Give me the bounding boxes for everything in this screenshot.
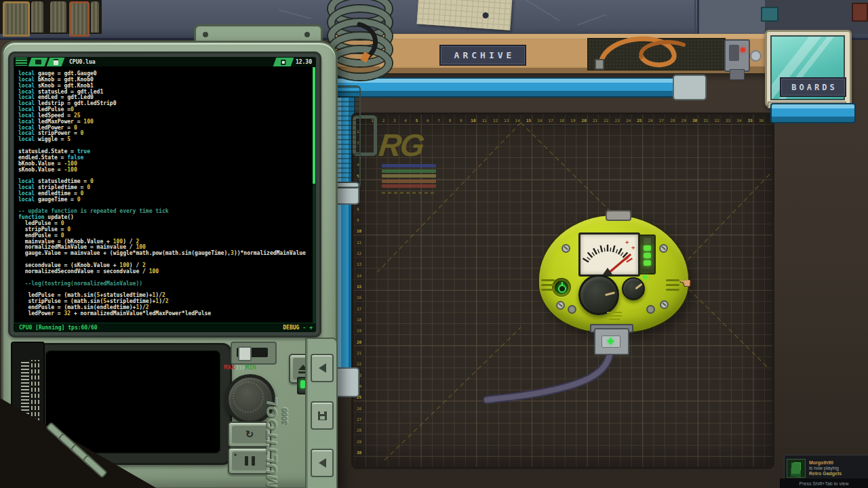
retro-gadgets-workbench: ARCHIVE BOARDS 1234567891	[0, 0, 868, 488]
chevrons-icon: ❯❯❯	[235, 364, 244, 371]
cam-stand	[730, 69, 745, 80]
power-button[interactable]	[552, 278, 571, 297]
multitool-device: CPU0.lua 12.30 local gauge = gdt.Gauge0l…	[1, 37, 340, 488]
steam-notification[interactable]: Morgoth90 is now playing Retro Gadgets	[784, 455, 868, 482]
scratch-mark	[577, 14, 607, 26]
avatar	[787, 459, 806, 478]
steam-overlay-hint: Press Shift+Tab to view	[780, 479, 868, 488]
tab-help[interactable]	[273, 58, 294, 66]
scratch-mark	[525, 0, 560, 22]
scrollbar-track[interactable]	[313, 67, 315, 323]
led-cell	[644, 238, 651, 243]
logo-stripe	[382, 180, 436, 183]
tab-assets[interactable]	[47, 58, 65, 66]
screw-icon	[561, 244, 570, 253]
screw-icon	[203, 32, 208, 37]
editor-statusbar: CPU0 [Running] tps:60/60 DEBUG - +	[14, 323, 316, 332]
knob-texture	[233, 382, 264, 413]
rail-button-save[interactable]	[311, 401, 334, 430]
menu-icon[interactable]	[14, 57, 28, 66]
pause-led	[234, 453, 237, 456]
brand-label: MULTITOOL	[263, 346, 281, 488]
rail-button-up[interactable]	[311, 354, 334, 382]
logo-stripe	[382, 169, 436, 173]
gadget-device[interactable]: + +	[536, 211, 692, 361]
steam-username: Morgoth90	[809, 460, 842, 466]
archive-sign[interactable]: ARCHIVE	[439, 45, 526, 66]
logo-stripe	[382, 164, 436, 167]
pin-icon	[482, 12, 489, 19]
file-folder	[69, 1, 90, 37]
mat-logo-small-text	[382, 192, 436, 194]
max-label: MAX	[224, 364, 235, 371]
power-button-face	[555, 281, 568, 294]
boards-sign[interactable]: BOARDS	[780, 77, 846, 97]
file-folder	[50, 1, 66, 33]
floppy-icon	[318, 411, 327, 420]
led-strip	[639, 235, 656, 274]
clock-readout: 12.30	[296, 59, 312, 65]
led-cell	[644, 253, 651, 258]
power-icon-bar	[561, 282, 563, 286]
restart-icon: ↻	[245, 428, 254, 441]
black-cable	[353, 20, 393, 68]
svg-text:+: +	[631, 244, 635, 251]
screw-icon	[556, 301, 565, 310]
vent-right	[666, 279, 679, 293]
analog-gauge: + +	[578, 232, 640, 277]
rail-button-down[interactable]	[311, 449, 334, 477]
pause-icon	[252, 456, 255, 466]
file-folder	[91, 1, 99, 33]
triangle-icon	[319, 363, 326, 373]
file-slots-shelf	[0, 0, 102, 34]
file-title: CPU0.lua	[69, 59, 96, 65]
mat-logo-text: RG	[377, 127, 425, 163]
cam-red-led	[741, 47, 745, 52]
gray-led	[568, 305, 576, 314]
screw-icon	[660, 300, 669, 309]
gauge-needle	[608, 255, 630, 274]
mat-logo-stripes	[382, 164, 436, 190]
scrollbar-thumb[interactable]	[313, 67, 315, 184]
gadget-icon	[35, 60, 41, 64]
cartridge-led-light	[300, 380, 305, 388]
big-knob[interactable]	[578, 274, 619, 315]
orange-coil-cable	[587, 27, 730, 72]
editor-topbar: CPU0.lua 12.30	[14, 57, 316, 66]
debug-label[interactable]: DEBUG	[283, 325, 299, 331]
led-cell	[644, 260, 651, 266]
led-cell	[644, 245, 651, 251]
steam-status-line: is now playing	[809, 466, 842, 471]
cpu-status: CPU0 [Running] tps:60/60	[19, 325, 98, 331]
file-folder	[3, 1, 30, 37]
screw-icon	[659, 244, 668, 253]
screw-icon	[304, 32, 310, 37]
red-box-decor	[852, 3, 868, 22]
status-led	[643, 275, 647, 279]
blue-pipe-cabinet	[770, 103, 856, 123]
small-knob[interactable]	[622, 277, 645, 300]
slider-knob[interactable]	[238, 346, 252, 361]
gadget-top-hinge	[606, 210, 631, 221]
gray-led	[646, 305, 655, 314]
bottom-vent-marks	[603, 312, 626, 322]
pipe-elbow	[673, 75, 707, 100]
code-screen[interactable]: CPU0.lua 12.30 local gauge = gdt.Gauge0l…	[14, 57, 316, 332]
triangle-icon	[319, 458, 326, 468]
knob-pointer	[635, 283, 642, 290]
steam-game-name: Retro Gadgets	[809, 471, 842, 476]
connector-port[interactable]	[594, 328, 629, 355]
zoom-in-button[interactable]: +	[309, 325, 313, 331]
zoom-out-button[interactable]: -	[302, 325, 306, 331]
min-label: MIN	[245, 364, 256, 371]
connector-plate	[601, 336, 620, 348]
tab-gadget[interactable]	[28, 58, 48, 66]
logo-stripe	[382, 174, 436, 178]
file-folder	[31, 1, 43, 33]
document-icon	[54, 59, 58, 65]
chip-icon	[281, 59, 286, 64]
multitool-display-screen	[45, 350, 220, 453]
gauge-face: + +	[580, 235, 638, 274]
scratch-mark	[279, 9, 312, 20]
code-area[interactable]: local gauge = gdt.Gauge0local bKnob = gd…	[18, 70, 306, 317]
